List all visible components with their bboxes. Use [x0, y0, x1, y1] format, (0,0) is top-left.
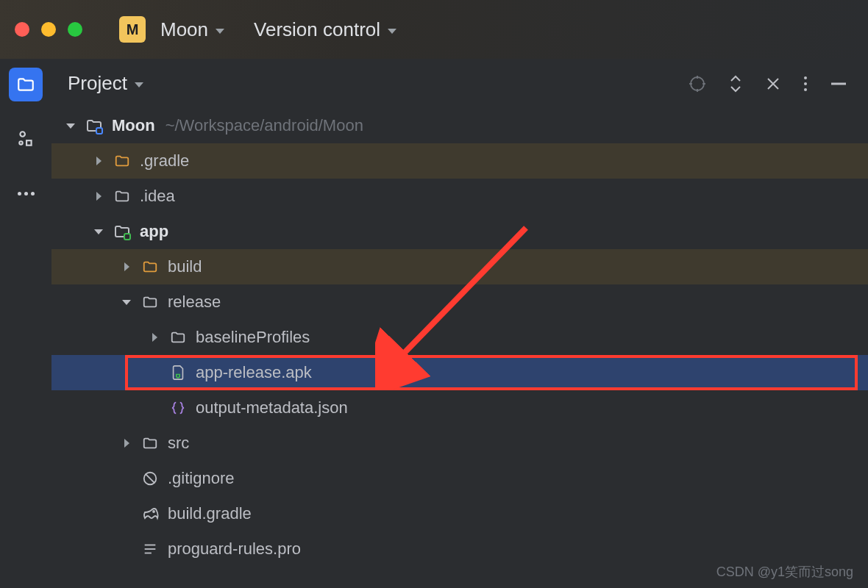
watermark: CSDN @y1笑而过song — [716, 563, 853, 581]
tree-node-gradle[interactable]: .gradle — [51, 143, 868, 179]
svg-point-1 — [19, 141, 22, 144]
more-options-icon[interactable] — [803, 75, 808, 93]
svg-point-10 — [804, 88, 807, 91]
project-name-label: Moon — [160, 18, 208, 41]
svg-rect-13 — [124, 234, 130, 240]
locate-icon[interactable] — [689, 75, 706, 93]
svg-point-14 — [177, 374, 180, 378]
tree-node-output-json[interactable]: output-metadata.json — [51, 390, 868, 426]
apk-file-icon — [168, 365, 188, 381]
tree-label: .gitignore — [168, 469, 235, 488]
panel-title: Project — [68, 72, 127, 95]
folder-icon — [112, 153, 132, 169]
tree-node-idea[interactable]: .idea — [51, 179, 868, 214]
svg-rect-12 — [96, 128, 102, 134]
chevron-down-icon — [388, 29, 396, 34]
folder-icon — [16, 75, 35, 94]
svg-point-0 — [20, 132, 25, 137]
project-folder-icon — [84, 117, 104, 135]
chevron-down-icon — [94, 229, 103, 234]
tree-node-app[interactable]: app — [51, 214, 868, 249]
svg-line-15 — [176, 374, 177, 375]
vcs-label: Version control — [254, 18, 380, 41]
expand-collapse-icon[interactable] — [728, 75, 743, 93]
svg-line-16 — [179, 374, 180, 375]
folder-icon — [140, 435, 160, 451]
more-tools-button[interactable] — [9, 176, 43, 210]
folder-icon — [140, 259, 160, 275]
tree-node-build-gradle[interactable]: build.gradle — [51, 496, 868, 531]
panel-title-dropdown[interactable]: Project — [68, 72, 143, 95]
folder-icon — [140, 294, 160, 310]
panel-header: Project — [51, 59, 868, 108]
content-area: Project Moon ~/Workspace/android/Moon — [0, 59, 868, 588]
project-name-dropdown[interactable]: Moon — [160, 18, 224, 41]
structure-icon — [16, 129, 35, 148]
collapse-all-icon[interactable] — [765, 76, 781, 92]
json-file-icon — [168, 400, 188, 416]
tree-node-baseline[interactable]: baselineProfiles — [51, 320, 868, 355]
tree-label: baselineProfiles — [196, 328, 310, 347]
svg-rect-2 — [26, 140, 32, 146]
project-panel: Project Moon ~/Workspace/android/Moon — [51, 59, 868, 588]
vcs-dropdown[interactable]: Version control — [254, 18, 396, 41]
tree-label: proguard-rules.pro — [168, 539, 301, 559]
module-folder-icon — [112, 223, 132, 240]
folder-icon — [112, 188, 132, 204]
tree-path-hint: ~/Workspace/android/Moon — [166, 116, 363, 135]
tree-node-apk[interactable]: app-release.apk — [51, 355, 868, 390]
tree-label: build.gradle — [168, 504, 252, 523]
svg-point-19 — [153, 511, 154, 512]
tree-label: build — [168, 257, 202, 276]
project-tool-button[interactable] — [9, 68, 43, 101]
svg-point-3 — [691, 77, 704, 90]
close-window-button[interactable] — [15, 22, 29, 37]
tree-label: release — [168, 293, 221, 312]
svg-point-9 — [804, 82, 807, 85]
structure-tool-button[interactable] — [9, 122, 43, 156]
tree-label: .idea — [140, 187, 175, 206]
svg-line-18 — [146, 474, 155, 484]
chevron-right-icon — [96, 157, 102, 165]
project-badge: M — [119, 16, 146, 43]
chevron-down-icon — [122, 300, 131, 305]
minimize-window-button[interactable] — [41, 22, 56, 37]
ignore-file-icon — [140, 470, 160, 487]
chevron-right-icon — [152, 333, 157, 342]
minimize-panel-icon[interactable] — [830, 82, 847, 85]
window-controls — [15, 22, 82, 37]
project-tree: Moon ~/Workspace/android/Moon .gradle .i… — [51, 108, 868, 588]
panel-actions — [689, 75, 847, 93]
chevron-down-icon — [135, 82, 143, 87]
tree-node-src[interactable]: src — [51, 426, 868, 461]
tree-label: src — [168, 434, 189, 453]
tree-label: output-metadata.json — [196, 398, 348, 417]
folder-icon — [168, 329, 188, 345]
tree-label: .gradle — [140, 151, 189, 171]
chevron-right-icon — [96, 192, 102, 201]
maximize-window-button[interactable] — [68, 22, 82, 37]
chevron-right-icon — [124, 262, 129, 271]
tree-node-release[interactable]: release — [51, 284, 868, 320]
chevron-down-icon — [66, 123, 75, 129]
gradle-file-icon — [140, 506, 160, 521]
left-rail — [0, 59, 51, 588]
tree-node-root[interactable]: Moon ~/Workspace/android/Moon — [51, 108, 868, 143]
tree-label: app — [140, 222, 168, 241]
tree-node-gitignore[interactable]: .gitignore — [51, 461, 868, 496]
text-file-icon — [140, 541, 160, 557]
more-icon — [18, 192, 35, 196]
chevron-right-icon — [124, 439, 129, 448]
tree-node-build[interactable]: build — [51, 249, 868, 284]
chevron-down-icon — [216, 29, 224, 34]
tree-node-proguard[interactable]: proguard-rules.pro — [51, 531, 868, 567]
tree-label: Moon — [112, 116, 155, 135]
titlebar: M Moon Version control — [0, 0, 868, 59]
svg-point-8 — [804, 76, 807, 79]
tree-label: app-release.apk — [196, 363, 312, 382]
